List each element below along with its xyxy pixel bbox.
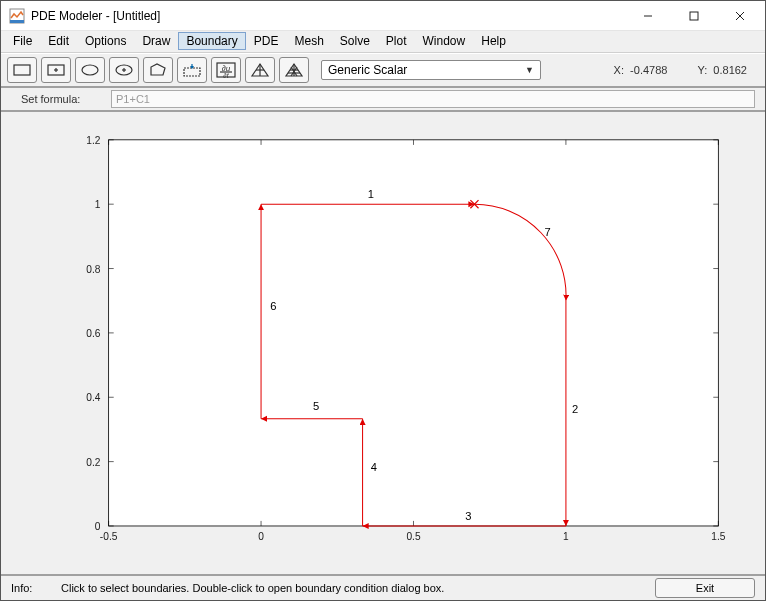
app-icon [9,8,25,24]
formula-label: Set formula: [21,93,101,105]
svg-text:0.4: 0.4 [86,393,100,404]
tool-polygon[interactable] [143,57,173,83]
menu-plot[interactable]: Plot [378,32,415,50]
toolbar: ∂u∂t Generic Scalar ▼ X: -0.4788 Y: 0.81… [1,53,765,89]
svg-text:0.6: 0.6 [86,328,100,339]
svg-rect-30 [109,140,719,526]
menu-window[interactable]: Window [415,32,474,50]
menubar: FileEditOptionsDrawBoundaryPDEMeshSolveP… [1,31,765,53]
tool-mesh[interactable] [245,57,275,83]
tool-ellipse[interactable] [75,57,105,83]
svg-rect-15 [184,68,200,76]
svg-text:0.8: 0.8 [86,264,100,275]
status-bar: Info: Click to select boundaries. Double… [1,574,765,600]
svg-text:0: 0 [258,531,264,542]
tool-rectangle[interactable] [7,57,37,83]
minimize-button[interactable] [625,1,671,31]
svg-rect-6 [14,65,30,75]
boundary-label-2: 2 [572,404,578,416]
boundary-label-6: 6 [270,301,276,313]
formula-input[interactable]: P1+C1 [111,90,755,108]
tool-refine-mesh[interactable] [279,57,309,83]
svg-text:1.2: 1.2 [86,135,100,146]
svg-text:0: 0 [95,521,101,532]
menu-pde[interactable]: PDE [246,32,287,50]
menu-solve[interactable]: Solve [332,32,378,50]
boundary-label-3: 3 [465,510,471,522]
menu-options[interactable]: Options [77,32,134,50]
plot-area[interactable]: -0.500.511.500.20.40.60.811.21723456 [1,112,765,574]
info-label: Info: [11,582,51,594]
info-text: Click to select boundaries. Double-click… [61,582,645,594]
plot-canvas[interactable]: -0.500.511.500.20.40.60.811.21723456 [7,118,759,568]
svg-marker-14 [151,64,165,75]
maximize-button[interactable] [671,1,717,31]
menu-mesh[interactable]: Mesh [286,32,331,50]
tool-ellipse-center[interactable] [109,57,139,83]
window-title: PDE Modeler - [Untitled] [31,9,625,23]
boundary-label-4: 4 [371,462,377,474]
menu-help[interactable]: Help [473,32,514,50]
boundary-label-7: 7 [545,227,551,239]
svg-text:∂t: ∂t [223,72,229,79]
formula-bar: Set formula: P1+C1 [1,88,765,112]
menu-boundary[interactable]: Boundary [178,32,245,50]
boundary-label-5: 5 [313,400,319,412]
menu-edit[interactable]: Edit [40,32,77,50]
exit-button[interactable]: Exit [655,578,755,598]
svg-text:1: 1 [563,531,569,542]
chevron-down-icon: ▼ [525,65,534,75]
svg-text:0.2: 0.2 [86,457,100,468]
tool-rectangle-center[interactable] [41,57,71,83]
tool-boundary[interactable] [177,57,207,83]
dropdown-label: Generic Scalar [328,63,407,77]
titlebar: PDE Modeler - [Untitled] [1,1,765,31]
svg-text:1: 1 [95,199,101,210]
svg-point-10 [82,65,98,75]
tool-pde[interactable]: ∂u∂t [211,57,241,83]
svg-text:0.5: 0.5 [406,531,420,542]
coordinate-readout: X: -0.4788 Y: 0.8162 [614,64,759,76]
close-button[interactable] [717,1,763,31]
svg-text:-0.5: -0.5 [100,531,118,542]
svg-text:1.5: 1.5 [711,531,725,542]
application-dropdown[interactable]: Generic Scalar ▼ [321,60,541,80]
menu-file[interactable]: File [5,32,40,50]
svg-rect-3 [690,12,698,20]
boundary-label-1: 1 [368,188,374,200]
menu-draw[interactable]: Draw [134,32,178,50]
svg-rect-1 [10,20,24,23]
